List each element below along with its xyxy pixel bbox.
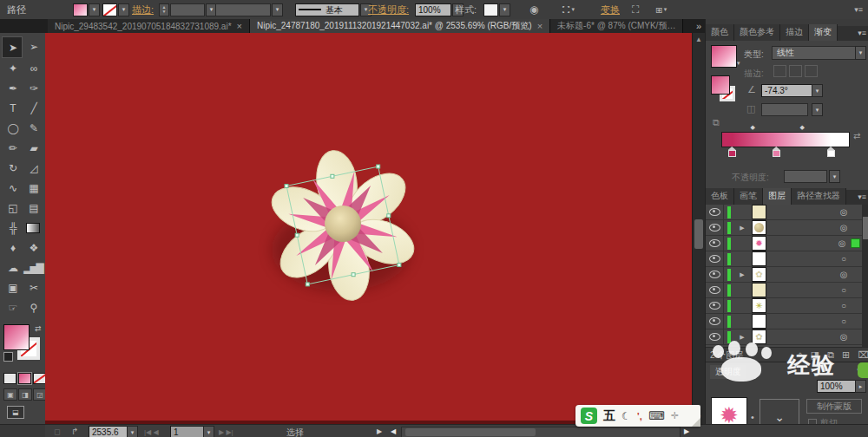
horizontal-scrollbar[interactable] — [401, 427, 681, 437]
align-icon[interactable]: ⛶ — [632, 0, 639, 19]
panel-collapse-icon[interactable]: ⌄ — [760, 410, 799, 424]
magic-wand-tool[interactable]: ✦ — [2, 58, 23, 78]
layer-target-icon[interactable]: ◎ — [837, 332, 851, 342]
hand-tool[interactable]: ☞ — [2, 297, 23, 317]
paint-gradient-button[interactable] — [18, 373, 31, 384]
gradient-stop[interactable] — [827, 147, 835, 156]
column-graph-tool[interactable]: ▂▅▇ — [23, 258, 43, 277]
fill-color-dropdown-icon[interactable]: ▾ — [89, 3, 100, 16]
lasso-tool[interactable]: ∞ — [23, 58, 43, 78]
layer-target-icon[interactable]: ◎ — [837, 207, 851, 217]
panel-tab-色板[interactable]: 色板 — [706, 188, 734, 205]
horizontal-scroll-thumb[interactable] — [405, 428, 536, 436]
layer-thumbnail[interactable] — [752, 205, 766, 219]
paint-color-button[interactable] — [3, 373, 16, 384]
layer-visibility-toggle[interactable] — [706, 283, 724, 297]
gradient-preview-dropdown-icon[interactable]: ▾ — [737, 60, 740, 67]
document-tab[interactable]: Nipic_24787180_20191113201921447032.ai* … — [250, 19, 550, 33]
gradient-angle-field[interactable]: -74.3° — [761, 84, 813, 97]
width-profile-dropdown-icon[interactable]: ▾ — [272, 3, 283, 16]
hscroll-left-icon[interactable]: ◀ — [391, 427, 396, 435]
layer-row[interactable]: ○ — [706, 251, 868, 267]
layer-target-icon[interactable]: ○ — [837, 301, 851, 310]
tab-close-icon[interactable]: × — [237, 21, 242, 31]
reverse-gradient-icon[interactable]: ⇄ — [853, 131, 860, 140]
pencil-tool[interactable]: ✏ — [2, 138, 23, 158]
slice-tool[interactable]: ✂ — [23, 277, 43, 297]
gradient-stop[interactable] — [728, 147, 736, 156]
ellipse-tool[interactable]: ◯ — [2, 118, 23, 138]
style-dropdown-icon[interactable]: ▾ — [499, 3, 510, 16]
layer-thumbnail[interactable]: ✿ — [752, 329, 766, 344]
new-layer-icon[interactable]: ⊞ — [842, 349, 850, 360]
panel-fill-proxy[interactable] — [711, 75, 730, 95]
layer-row[interactable]: ▶◎ — [706, 220, 868, 236]
share-icon[interactable]: ↱ — [71, 427, 78, 436]
transparency-opacity-field[interactable]: 100% — [817, 380, 858, 393]
layer-target-icon[interactable]: ◎ — [837, 223, 851, 232]
layer-expand-arrow[interactable]: ▶ — [737, 334, 747, 341]
sogou-toolbox-icon[interactable]: ✛ — [671, 410, 679, 421]
transparency-opacity-stepper-icon[interactable]: ▸ — [855, 380, 866, 393]
width-profile-field[interactable] — [215, 3, 271, 16]
layer-row[interactable]: ✹◎ — [706, 236, 868, 251]
layer-target-icon[interactable]: ◎ — [837, 270, 851, 279]
stroke-weight-field[interactable] — [170, 3, 205, 16]
control-bar-menu-icon[interactable]: ▾≡ — [854, 0, 863, 19]
document-tab[interactable]: Nipic_29483542_20190705184832731089.ai*× — [48, 19, 250, 33]
gradient-preview-swatch[interactable] — [711, 45, 737, 68]
layer-row[interactable]: ◎ — [706, 205, 868, 220]
sogou-wubi-mode[interactable]: 五 — [603, 408, 615, 424]
width-tool[interactable]: ∿ — [2, 178, 23, 198]
gradient-midpoint[interactable]: ◆ — [799, 124, 804, 131]
layer-thumbnail[interactable] — [752, 251, 766, 266]
zoom-level-field[interactable]: 2535.6 — [89, 426, 130, 437]
sogou-input-bar[interactable]: S 五 ☾ ’, ⌨ ✛ — [575, 405, 700, 427]
paintbrush-tool[interactable]: ✎ — [23, 118, 43, 138]
screen-mode-status-icon[interactable]: ◻ — [54, 427, 60, 436]
panel-tab-图层[interactable]: 图层 — [763, 188, 792, 205]
vertical-scroll-thumb[interactable] — [694, 219, 703, 249]
transparency-tab[interactable]: 透明度 — [710, 365, 746, 379]
shape-builder-tool[interactable]: ◱ — [2, 198, 23, 218]
gradient-tool[interactable] — [23, 218, 43, 238]
layer-visibility-toggle[interactable] — [706, 298, 724, 313]
layer-row[interactable]: ○ — [706, 314, 868, 329]
panel-tab-渐变[interactable]: 渐变 — [809, 24, 838, 41]
gradient-type-dropdown-icon[interactable]: ▾ — [855, 46, 866, 60]
layer-target-icon[interactable]: ○ — [837, 316, 851, 326]
layer-row[interactable]: ▶✿◎ — [706, 267, 868, 283]
layer-visibility-toggle[interactable] — [706, 220, 724, 235]
artboard-tool[interactable]: ▣ — [2, 277, 23, 297]
gradient-type-select[interactable]: 线性 — [772, 46, 859, 60]
free-transform-tool[interactable]: ▦ — [23, 178, 43, 198]
artboard-canvas[interactable] — [45, 33, 692, 424]
layers-panel-menu-icon[interactable]: ▾≡ — [858, 192, 866, 201]
select-similar-icon[interactable]: ⛚▾ — [562, 0, 575, 19]
moon-icon[interactable]: ☾ — [621, 410, 631, 422]
document-tab[interactable]: 未标题-6* @ 87% (CMYK/预… — [550, 19, 683, 33]
opacity-link[interactable]: 不透明度: — [368, 0, 409, 19]
layer-thumbnail[interactable] — [752, 314, 766, 329]
isolate-icon[interactable]: ⧆▾ — [655, 0, 667, 19]
layer-expand-arrow[interactable]: ▶ — [737, 225, 747, 232]
panel-tab-路径查找器[interactable]: 路径查找器 — [792, 188, 846, 205]
gradient-annotate-icon[interactable]: ⧉ — [713, 117, 720, 128]
layer-thumbnail[interactable] — [752, 283, 766, 297]
layers-scroll-thumb[interactable] — [863, 217, 868, 239]
flower-artwork[interactable] — [221, 113, 464, 347]
layer-visibility-toggle[interactable] — [706, 267, 724, 282]
punctuation-mode[interactable]: ’, — [637, 411, 642, 421]
line-segment-tool[interactable]: ╱ — [23, 98, 43, 118]
layers-scrollbar[interactable] — [862, 205, 868, 347]
gradient-bar[interactable] — [721, 132, 850, 147]
layer-target-icon[interactable]: ○ — [837, 285, 851, 295]
brush-definition-field[interactable]: 基本 — [295, 3, 359, 16]
opacity-field[interactable]: 100% — [415, 3, 451, 16]
type-tool[interactable]: T — [2, 98, 23, 118]
layer-expand-arrow[interactable]: ▶ — [737, 271, 747, 278]
draw-behind-button[interactable]: ◨ — [18, 388, 32, 401]
tab-close-icon[interactable]: × — [537, 21, 542, 31]
layer-visibility-toggle[interactable] — [706, 236, 724, 251]
layer-target-icon[interactable]: ◎ — [835, 238, 849, 248]
